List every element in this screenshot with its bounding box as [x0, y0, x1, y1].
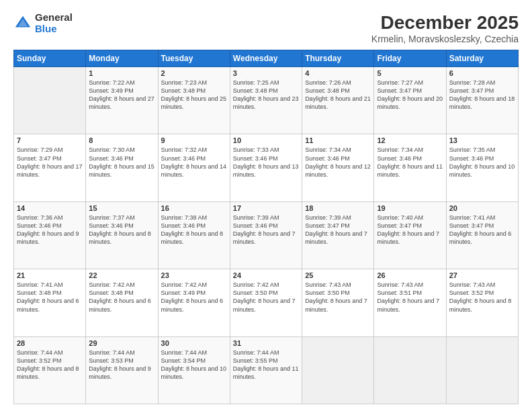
day-number: 12: [377, 136, 443, 144]
calendar-cell: 10Sunrise: 7:33 AMSunset: 3:46 PMDayligh…: [230, 134, 302, 201]
main-title: December 2025: [371, 12, 519, 34]
day-detail: Sunrise: 7:34 AMSunset: 3:46 PMDaylight:…: [305, 146, 371, 179]
day-number: 17: [233, 204, 299, 212]
calendar-header: SundayMondayTuesdayWednesdayThursdayFrid…: [14, 50, 519, 67]
calendar-cell: 13Sunrise: 7:35 AMSunset: 3:46 PMDayligh…: [446, 134, 518, 201]
day-number: 5: [377, 69, 443, 77]
day-number: 11: [305, 136, 371, 144]
day-number: 15: [89, 204, 154, 212]
page: General Blue December 2025 Krmelin, Mora…: [0, 0, 532, 411]
day-detail: Sunrise: 7:32 AMSunset: 3:46 PMDaylight:…: [161, 146, 227, 179]
week-row-1: 7Sunrise: 7:29 AMSunset: 3:47 PMDaylight…: [14, 134, 519, 201]
day-number: 25: [305, 271, 371, 279]
day-detail: Sunrise: 7:37 AMSunset: 3:46 PMDaylight:…: [89, 214, 154, 246]
day-detail: Sunrise: 7:43 AMSunset: 3:50 PMDaylight:…: [305, 281, 371, 314]
title-block: December 2025 Krmelin, Moravskoslezsky, …: [371, 12, 519, 44]
day-detail: Sunrise: 7:44 AMSunset: 3:54 PMDaylight:…: [161, 349, 227, 381]
day-detail: Sunrise: 7:30 AMSunset: 3:46 PMDaylight:…: [89, 146, 154, 179]
day-detail: Sunrise: 7:39 AMSunset: 3:47 PMDaylight:…: [305, 214, 371, 246]
day-detail: Sunrise: 7:28 AMSunset: 3:47 PMDaylight:…: [449, 79, 515, 111]
day-number: 21: [17, 271, 83, 279]
calendar-cell: 20Sunrise: 7:41 AMSunset: 3:47 PMDayligh…: [446, 201, 518, 269]
day-detail: Sunrise: 7:44 AMSunset: 3:55 PMDaylight:…: [233, 349, 299, 381]
day-number: 2: [161, 69, 227, 77]
day-detail: Sunrise: 7:34 AMSunset: 3:46 PMDaylight:…: [377, 146, 443, 179]
day-detail: Sunrise: 7:43 AMSunset: 3:51 PMDaylight:…: [377, 281, 443, 314]
day-detail: Sunrise: 7:25 AMSunset: 3:48 PMDaylight:…: [233, 79, 299, 111]
calendar-cell: 1Sunrise: 7:22 AMSunset: 3:49 PMDaylight…: [86, 67, 158, 134]
calendar-cell: 22Sunrise: 7:42 AMSunset: 3:48 PMDayligh…: [86, 269, 158, 336]
logo-blue-text: Blue: [35, 24, 73, 35]
calendar-cell: 11Sunrise: 7:34 AMSunset: 3:46 PMDayligh…: [302, 134, 374, 201]
day-number: 30: [161, 339, 227, 347]
day-detail: Sunrise: 7:43 AMSunset: 3:52 PMDaylight:…: [449, 281, 515, 314]
calendar-cell: 12Sunrise: 7:34 AMSunset: 3:46 PMDayligh…: [374, 134, 446, 201]
calendar-body: 1Sunrise: 7:22 AMSunset: 3:49 PMDaylight…: [14, 67, 519, 404]
header: General Blue December 2025 Krmelin, Mora…: [13, 12, 519, 44]
day-detail: Sunrise: 7:35 AMSunset: 3:46 PMDaylight:…: [449, 146, 515, 179]
header-day-saturday: Saturday: [446, 50, 518, 67]
logo: General Blue: [13, 12, 73, 34]
calendar-cell: 30Sunrise: 7:44 AMSunset: 3:54 PMDayligh…: [158, 336, 230, 404]
day-detail: Sunrise: 7:40 AMSunset: 3:47 PMDaylight:…: [377, 214, 443, 246]
calendar-cell: 3Sunrise: 7:25 AMSunset: 3:48 PMDaylight…: [230, 67, 302, 134]
day-detail: Sunrise: 7:41 AMSunset: 3:48 PMDaylight:…: [17, 281, 83, 314]
calendar-cell: 17Sunrise: 7:39 AMSunset: 3:46 PMDayligh…: [230, 201, 302, 269]
calendar-cell: 6Sunrise: 7:28 AMSunset: 3:47 PMDaylight…: [446, 67, 518, 134]
calendar-cell: 28Sunrise: 7:44 AMSunset: 3:52 PMDayligh…: [14, 336, 86, 404]
day-number: 29: [89, 339, 154, 347]
day-number: 23: [161, 271, 227, 279]
calendar-cell: [446, 336, 518, 404]
calendar-cell: 21Sunrise: 7:41 AMSunset: 3:48 PMDayligh…: [14, 269, 86, 336]
calendar-cell: 29Sunrise: 7:44 AMSunset: 3:53 PMDayligh…: [86, 336, 158, 404]
day-detail: Sunrise: 7:36 AMSunset: 3:46 PMDaylight:…: [17, 214, 83, 246]
day-number: 7: [17, 136, 83, 144]
day-number: 8: [89, 136, 154, 144]
day-detail: Sunrise: 7:41 AMSunset: 3:47 PMDaylight:…: [449, 214, 515, 246]
day-number: 1: [89, 69, 154, 77]
day-number: 9: [161, 136, 227, 144]
day-number: 26: [377, 271, 443, 279]
day-number: 14: [17, 204, 83, 212]
day-number: 10: [233, 136, 299, 144]
calendar-cell: 25Sunrise: 7:43 AMSunset: 3:50 PMDayligh…: [302, 269, 374, 336]
week-row-3: 21Sunrise: 7:41 AMSunset: 3:48 PMDayligh…: [14, 269, 519, 336]
day-number: 31: [233, 339, 299, 347]
week-row-2: 14Sunrise: 7:36 AMSunset: 3:46 PMDayligh…: [14, 201, 519, 269]
day-detail: Sunrise: 7:26 AMSunset: 3:48 PMDaylight:…: [305, 79, 371, 111]
day-number: 19: [377, 204, 443, 212]
calendar-cell: 2Sunrise: 7:23 AMSunset: 3:48 PMDaylight…: [158, 67, 230, 134]
calendar-cell: 18Sunrise: 7:39 AMSunset: 3:47 PMDayligh…: [302, 201, 374, 269]
header-day-friday: Friday: [374, 50, 446, 67]
header-day-thursday: Thursday: [302, 50, 374, 67]
header-day-tuesday: Tuesday: [158, 50, 230, 67]
calendar-cell: 8Sunrise: 7:30 AMSunset: 3:46 PMDaylight…: [86, 134, 158, 201]
day-number: 3: [233, 69, 299, 77]
calendar-cell: 24Sunrise: 7:42 AMSunset: 3:50 PMDayligh…: [230, 269, 302, 336]
header-day-monday: Monday: [86, 50, 158, 67]
day-number: 16: [161, 204, 227, 212]
calendar-table: SundayMondayTuesdayWednesdayThursdayFrid…: [13, 50, 519, 404]
day-detail: Sunrise: 7:42 AMSunset: 3:48 PMDaylight:…: [89, 281, 154, 314]
calendar-cell: 16Sunrise: 7:38 AMSunset: 3:46 PMDayligh…: [158, 201, 230, 269]
day-detail: Sunrise: 7:22 AMSunset: 3:49 PMDaylight:…: [89, 79, 154, 111]
week-row-4: 28Sunrise: 7:44 AMSunset: 3:52 PMDayligh…: [14, 336, 519, 404]
day-number: 28: [17, 339, 83, 347]
day-detail: Sunrise: 7:27 AMSunset: 3:47 PMDaylight:…: [377, 79, 443, 111]
calendar-cell: 7Sunrise: 7:29 AMSunset: 3:47 PMDaylight…: [14, 134, 86, 201]
day-detail: Sunrise: 7:42 AMSunset: 3:50 PMDaylight:…: [233, 281, 299, 314]
day-detail: Sunrise: 7:39 AMSunset: 3:46 PMDaylight:…: [233, 214, 299, 246]
day-number: 24: [233, 271, 299, 279]
day-number: 22: [89, 271, 154, 279]
day-detail: Sunrise: 7:44 AMSunset: 3:53 PMDaylight:…: [89, 349, 154, 381]
day-detail: Sunrise: 7:23 AMSunset: 3:48 PMDaylight:…: [161, 79, 227, 111]
calendar-cell: 5Sunrise: 7:27 AMSunset: 3:47 PMDaylight…: [374, 67, 446, 134]
header-row: SundayMondayTuesdayWednesdayThursdayFrid…: [14, 50, 519, 67]
calendar-cell: 19Sunrise: 7:40 AMSunset: 3:47 PMDayligh…: [374, 201, 446, 269]
calendar-cell: [374, 336, 446, 404]
day-number: 4: [305, 69, 371, 77]
calendar-cell: 4Sunrise: 7:26 AMSunset: 3:48 PMDaylight…: [302, 67, 374, 134]
day-number: 27: [449, 271, 515, 279]
calendar-cell: 26Sunrise: 7:43 AMSunset: 3:51 PMDayligh…: [374, 269, 446, 336]
day-detail: Sunrise: 7:44 AMSunset: 3:52 PMDaylight:…: [17, 349, 83, 381]
